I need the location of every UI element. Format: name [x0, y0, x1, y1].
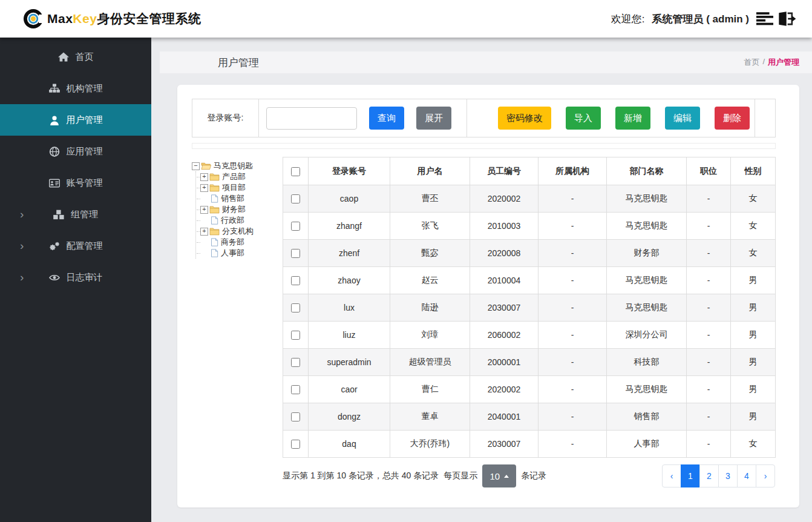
tree-expand-icon[interactable]	[200, 173, 208, 181]
row-checkbox[interactable]	[291, 249, 300, 258]
globe-icon	[49, 147, 60, 157]
page-title: 用户管理	[218, 56, 259, 70]
table-row[interactable]: dongz董卓2040001-销售部-男	[283, 403, 776, 431]
tree-node[interactable]: 商务部	[197, 237, 283, 248]
table-cell: -	[539, 322, 607, 349]
tree-node-label[interactable]: 项目部	[221, 182, 246, 193]
table-row[interactable]: caop曹丕2020002-马克思钥匙-女	[283, 185, 776, 213]
tree-node[interactable]: 项目部	[197, 182, 283, 193]
table-row[interactable]: zhangf张飞2010003-马克思钥匙-女	[283, 213, 776, 240]
breadcrumb-home[interactable]: 首页	[744, 57, 759, 68]
table-row[interactable]: lux陆逊2030007-马克思钥匙-男	[283, 294, 776, 322]
tree-node-label[interactable]: 分支机构	[221, 226, 254, 237]
sidebar-item-config[interactable]: 配置管理	[0, 230, 151, 262]
table-row[interactable]: superadmin超级管理员2000001-科技部-男	[283, 349, 776, 376]
sidebar-item-apps[interactable]: 应用管理	[0, 136, 151, 167]
sidebar: 首页 机构管理 用户管理 应用管理 账号管理 组管理 配置管理	[0, 38, 151, 522]
sign-out-icon[interactable]	[778, 12, 796, 26]
caret-up-icon	[504, 475, 509, 478]
import-button[interactable]: 导入	[566, 107, 601, 130]
tree-node-label[interactable]: 马克思钥匙	[213, 160, 253, 171]
page-button-1[interactable]: 1	[681, 464, 700, 487]
page-button-2[interactable]: 2	[699, 464, 719, 487]
next-page-button[interactable]: ›	[756, 464, 775, 487]
table-cell: caor	[309, 376, 390, 403]
row-checkbox[interactable]	[291, 194, 300, 203]
tree-collapse-icon[interactable]	[192, 162, 200, 170]
sidebar-item-org[interactable]: 机构管理	[0, 73, 151, 104]
table-cell: 2030007	[470, 431, 539, 458]
table-cell: -	[687, 376, 731, 403]
table-cell: -	[687, 240, 731, 267]
expand-button[interactable]: 展开	[416, 107, 451, 130]
edit-button[interactable]: 编辑	[665, 107, 700, 130]
table-toolbar	[192, 143, 776, 149]
table-row[interactable]: liuz刘璋2060002-深圳分公司-男	[283, 322, 776, 349]
delete-button[interactable]: 删除	[715, 107, 750, 130]
sidebar-item-home[interactable]: 首页	[0, 41, 151, 73]
sidebar-item-label: 应用管理	[67, 146, 103, 157]
tree-node-label[interactable]: 销售部	[220, 193, 244, 204]
page-button-3[interactable]: 3	[718, 464, 738, 487]
add-button[interactable]: 新增	[615, 107, 650, 130]
sidebar-item-label: 首页	[76, 51, 94, 63]
row-checkbox[interactable]	[291, 440, 300, 449]
table-row[interactable]: daq大乔(乔玮)2030007-人事部-女	[283, 431, 776, 458]
query-button[interactable]: 查询	[369, 107, 404, 130]
tree-node[interactable]: 产品部	[197, 171, 283, 182]
sidebar-item-audit[interactable]: 日志审计	[0, 262, 151, 293]
menu-list-icon[interactable]	[756, 12, 773, 25]
change-password-button[interactable]: 密码修改	[498, 107, 551, 130]
table-cell: superadmin	[309, 349, 390, 376]
tree-node[interactable]: 分支机构	[197, 226, 283, 237]
tree-node[interactable]: 销售部	[197, 193, 283, 204]
tree-expand-icon[interactable]	[200, 184, 208, 192]
document-icon	[211, 249, 218, 257]
tree-root-node[interactable]: 马克思钥匙	[192, 160, 283, 171]
select-all-checkbox[interactable]	[291, 167, 300, 176]
table-cell: 人事部	[607, 431, 687, 458]
table-cell: zhaoy	[309, 267, 390, 294]
table-cell: zhenf	[309, 240, 390, 267]
sidebar-item-accounts[interactable]: 账号管理	[0, 167, 151, 199]
table-cell: -	[687, 185, 731, 213]
table-cell: -	[687, 349, 731, 376]
prev-page-button[interactable]: ‹	[662, 464, 681, 487]
page-size-dropdown[interactable]: 10	[482, 464, 516, 487]
table-row[interactable]: caor曹仁2020002-马克思钥匙-男	[283, 376, 776, 403]
tree-node-label[interactable]: 商务部	[220, 237, 244, 248]
tree-node[interactable]: 财务部	[197, 204, 283, 215]
row-checkbox[interactable]	[291, 385, 300, 394]
page-header: 用户管理 首页 / 用户管理	[160, 51, 812, 73]
row-checkbox[interactable]	[291, 303, 300, 312]
row-checkbox[interactable]	[291, 412, 300, 421]
table-cell: 销售部	[607, 403, 687, 431]
row-checkbox[interactable]	[291, 358, 300, 367]
login-account-input[interactable]	[266, 107, 357, 130]
table-cell: -	[687, 294, 731, 322]
tree-node-label[interactable]: 行政部	[220, 215, 244, 226]
tree-node-label[interactable]: 产品部	[221, 171, 246, 182]
row-checkbox[interactable]	[291, 276, 300, 285]
user-table-body: caop曹丕2020002-马克思钥匙-女zhangf张飞2010003-马克思…	[283, 185, 776, 458]
folder-icon	[209, 173, 220, 181]
breadcrumb: 首页 / 用户管理	[744, 57, 799, 68]
eye-icon	[49, 273, 60, 283]
tree-expand-icon[interactable]	[200, 206, 208, 214]
table-cell: caop	[309, 185, 390, 213]
row-checkbox[interactable]	[291, 222, 300, 231]
table-cell: -	[539, 431, 607, 458]
table-row[interactable]: zhaoy赵云2010004-马克思钥匙-男	[283, 267, 776, 294]
tree-expand-icon[interactable]	[200, 228, 208, 236]
table-row[interactable]: zhenf甄宓2020008-财务部-女	[283, 240, 776, 267]
page-button-4[interactable]: 4	[737, 464, 756, 487]
tree-node[interactable]: 行政部	[197, 215, 283, 226]
sidebar-item-users[interactable]: 用户管理	[0, 104, 151, 136]
table-cell: 大乔(乔玮)	[390, 431, 470, 458]
tree-node[interactable]: 人事部	[197, 248, 283, 259]
tree-node-label[interactable]: 财务部	[221, 204, 246, 215]
tree-node-label[interactable]: 人事部	[220, 248, 244, 259]
sidebar-item-groups[interactable]: 组管理	[0, 199, 151, 230]
sidebar-item-label: 组管理	[71, 209, 98, 220]
row-checkbox[interactable]	[291, 331, 300, 340]
